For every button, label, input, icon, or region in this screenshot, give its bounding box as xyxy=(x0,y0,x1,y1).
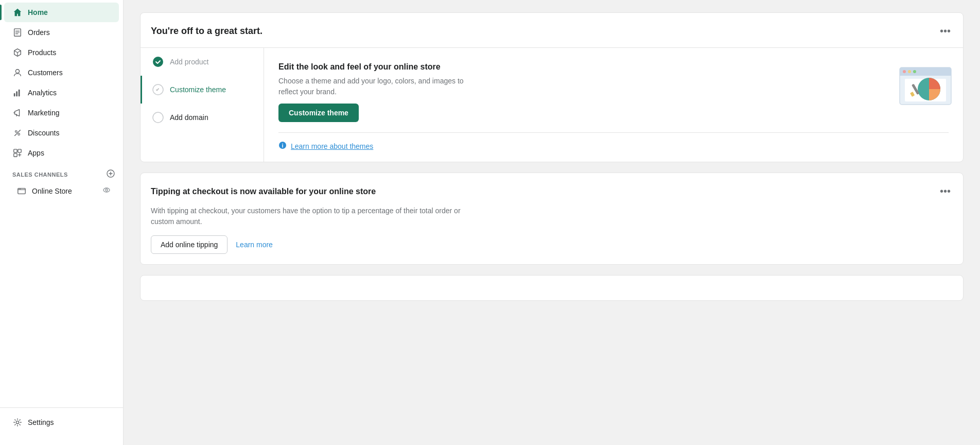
sidebar-item-customers[interactable]: Customers xyxy=(4,63,119,82)
online-store-link[interactable]: Online Store xyxy=(16,186,72,196)
svg-point-1 xyxy=(15,70,19,73)
svg-rect-2 xyxy=(14,93,15,96)
svg-point-13 xyxy=(20,189,21,189)
checklist-item-add-product[interactable]: Add product xyxy=(141,48,264,76)
svg-rect-7 xyxy=(14,149,17,152)
learn-more-themes-link[interactable]: Learn more about themes xyxy=(291,142,373,150)
detail-action: Customize theme xyxy=(278,104,897,122)
add-sales-channel-button[interactable] xyxy=(107,169,115,179)
sidebar-item-orders[interactable]: Orders xyxy=(4,23,119,42)
add-online-tipping-button[interactable]: Add online tipping xyxy=(151,235,227,254)
svg-point-23 xyxy=(903,70,906,73)
card1-header: You're off to a great start. ••• xyxy=(141,13,963,47)
apps-icon xyxy=(12,148,23,158)
svg-point-6 xyxy=(18,133,20,135)
checklist-panel: Add product Customize theme Add domain xyxy=(141,48,264,162)
customers-icon xyxy=(12,67,23,78)
detail-title: Edit the look and feel of your online st… xyxy=(278,62,897,72)
add-domain-icon xyxy=(152,112,164,123)
sidebar-item-apps[interactable]: Apps xyxy=(4,143,119,163)
orders-icon xyxy=(12,27,23,38)
online-store-icon xyxy=(16,186,27,196)
svg-point-5 xyxy=(15,131,18,133)
card1-title: You're off to a great start. xyxy=(151,26,262,37)
customize-theme-button[interactable]: Customize theme xyxy=(278,104,359,122)
great-start-card: You're off to a great start. ••• Add pro… xyxy=(140,12,964,162)
sidebar-item-customers-label: Customers xyxy=(28,69,63,77)
online-store-label: Online Store xyxy=(32,187,72,195)
sidebar-nav: Home Orders Products Customers xyxy=(0,0,123,407)
sidebar-item-settings[interactable]: Settings xyxy=(4,413,119,432)
checklist-item-add-domain[interactable]: Add domain xyxy=(141,104,264,131)
card2-learn-more-link[interactable]: Learn more xyxy=(236,241,273,249)
svg-point-31 xyxy=(282,143,283,144)
detail-description: Choose a theme and add your logo, colors… xyxy=(278,76,464,97)
sidebar: Home Orders Products Customers xyxy=(0,0,124,445)
sidebar-item-analytics-label: Analytics xyxy=(28,89,57,97)
card2-description: With tipping at checkout, your customers… xyxy=(151,206,480,227)
analytics-icon xyxy=(12,88,23,98)
sales-channels-label: SALES CHANNELS xyxy=(12,172,68,178)
sidebar-item-online-store[interactable]: Online Store xyxy=(4,182,119,200)
svg-rect-9 xyxy=(14,153,17,157)
discounts-icon xyxy=(12,128,23,138)
card2-title: Tipping at checkout is now available for… xyxy=(151,187,376,196)
card3-stub xyxy=(140,275,964,301)
products-icon xyxy=(12,47,23,58)
checklist-customize-theme-label: Customize theme xyxy=(170,85,226,94)
tipping-card: Tipping at checkout is now available for… xyxy=(140,173,964,265)
ellipsis-icon-2: ••• xyxy=(940,185,951,197)
svg-point-12 xyxy=(19,189,20,189)
svg-point-25 xyxy=(913,70,916,73)
sidebar-item-discounts[interactable]: Discounts xyxy=(4,123,119,143)
sidebar-item-marketing-label: Marketing xyxy=(28,109,59,117)
settings-icon xyxy=(12,417,23,427)
svg-point-15 xyxy=(106,189,108,191)
info-icon xyxy=(278,141,287,151)
svg-rect-8 xyxy=(18,149,21,152)
check-complete-icon xyxy=(152,56,164,67)
svg-point-24 xyxy=(908,70,911,73)
svg-point-16 xyxy=(16,421,19,423)
sidebar-bottom: Settings xyxy=(0,407,123,437)
checklist-item-customize-theme[interactable]: Customize theme xyxy=(141,76,264,104)
sidebar-item-analytics[interactable]: Analytics xyxy=(4,83,119,102)
customize-theme-icon xyxy=(152,84,164,95)
svg-rect-22 xyxy=(900,74,951,76)
marketing-icon xyxy=(12,108,23,118)
detail-footer: Learn more about themes xyxy=(278,132,949,151)
card2-actions: Add online tipping Learn more xyxy=(151,235,953,254)
ellipsis-icon: ••• xyxy=(940,25,951,37)
sidebar-item-marketing[interactable]: Marketing xyxy=(4,103,119,123)
detail-top: Edit the look and feel of your online st… xyxy=(278,62,949,122)
card2-menu-button[interactable]: ••• xyxy=(938,183,953,199)
theme-illustration xyxy=(897,62,949,104)
svg-point-19 xyxy=(153,112,163,123)
checklist-add-domain-label: Add domain xyxy=(170,113,208,122)
svg-point-14 xyxy=(103,188,110,192)
settings-label: Settings xyxy=(28,418,54,426)
home-icon xyxy=(12,7,23,18)
checklist-add-product-label: Add product xyxy=(170,58,209,66)
main-content: You're off to a great start. ••• Add pro… xyxy=(124,0,980,445)
card2-body: With tipping at checkout, your customers… xyxy=(141,206,963,264)
card2-header: Tipping at checkout is now available for… xyxy=(141,173,963,206)
online-store-eye-icon[interactable] xyxy=(102,186,111,196)
svg-rect-4 xyxy=(19,90,20,97)
sidebar-item-products-label: Products xyxy=(28,48,56,57)
sidebar-item-home-label: Home xyxy=(28,8,48,16)
svg-point-17 xyxy=(153,57,163,67)
sidebar-item-home[interactable]: Home xyxy=(4,3,119,22)
sales-channels-header: SALES CHANNELS xyxy=(0,163,123,181)
sidebar-item-apps-label: Apps xyxy=(28,149,44,157)
sidebar-item-products[interactable]: Products xyxy=(4,43,119,62)
detail-text-block: Edit the look and feel of your online st… xyxy=(278,62,897,122)
card1-body: Add product Customize theme Add domain xyxy=(141,47,963,162)
sidebar-item-discounts-label: Discounts xyxy=(28,129,59,137)
card1-menu-button[interactable]: ••• xyxy=(938,23,953,39)
svg-rect-3 xyxy=(16,91,18,96)
sidebar-item-orders-label: Orders xyxy=(28,28,50,37)
detail-panel: Edit the look and feel of your online st… xyxy=(264,48,963,162)
